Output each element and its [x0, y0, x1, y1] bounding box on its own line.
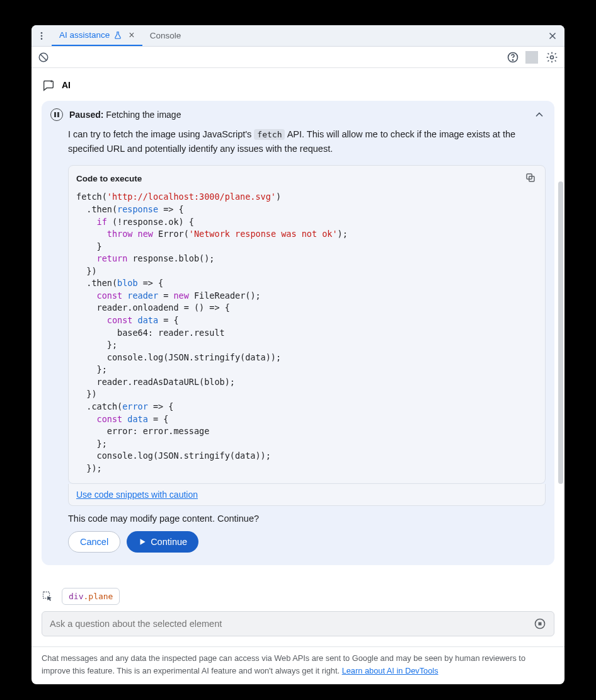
status-text: Paused: Fetching the image — [69, 110, 527, 120]
code-block: Code to execute fetch('http://localhost:… — [68, 165, 546, 484]
flask-icon — [113, 31, 122, 40]
divider — [525, 51, 538, 64]
status-message: Fetching the image — [106, 110, 181, 120]
settings-icon[interactable] — [546, 51, 558, 64]
svg-point-1 — [41, 35, 43, 37]
clear-icon[interactable] — [38, 52, 49, 63]
element-chip[interactable]: div.plane — [62, 588, 120, 605]
status-prefix: Paused: — [69, 110, 103, 120]
pause-icon — [50, 108, 63, 121]
svg-point-0 — [41, 32, 43, 34]
tab-label: Console — [150, 31, 181, 40]
ai-header: AI — [42, 78, 554, 92]
button-row: Cancel Continue — [68, 531, 546, 553]
svg-rect-11 — [539, 623, 542, 626]
tab-label: AI assistance — [59, 30, 110, 40]
stop-icon[interactable] — [534, 617, 546, 630]
caution-bar: Use code snippets with caution — [68, 484, 546, 506]
confirm-text: This code may modify page content. Conti… — [68, 514, 546, 524]
prompt-field[interactable] — [50, 619, 534, 629]
card-header: Paused: Fetching the image — [50, 108, 546, 121]
element-tag: div — [69, 592, 83, 601]
tab-console[interactable]: Console — [142, 25, 189, 46]
code-title: Code to execute — [76, 174, 142, 183]
close-panel-icon[interactable] — [544, 28, 561, 44]
svg-point-6 — [551, 55, 554, 59]
devtools-panel: AI assistance × Console — [32, 25, 564, 684]
caution-link[interactable]: Use code snippets with caution — [76, 490, 198, 500]
response-card: Paused: Fetching the image I can try to … — [42, 101, 554, 565]
svg-point-5 — [512, 59, 513, 60]
ai-label: AI — [62, 80, 71, 90]
explanation-text: I can try to fetch the image using JavaS… — [50, 121, 546, 156]
footer-disclaimer: Chat messages and any data the inspected… — [32, 646, 564, 684]
more-menu-icon[interactable] — [35, 30, 48, 42]
code-content: fetch('http://localhost:3000/plane.svg')… — [69, 188, 545, 483]
tab-bar: AI assistance × Console — [32, 25, 564, 47]
scrollbar-thumb[interactable] — [558, 181, 563, 484]
help-icon[interactable] — [507, 51, 519, 64]
copy-icon[interactable] — [525, 172, 537, 185]
cancel-button[interactable]: Cancel — [68, 531, 120, 553]
content-area: AI Paused: Fetching the image I can try … — [32, 68, 564, 646]
collapse-icon[interactable] — [533, 108, 546, 121]
toolbar — [32, 47, 564, 68]
element-class: .plane — [83, 592, 113, 601]
close-tab-icon[interactable]: × — [129, 30, 134, 41]
continue-button[interactable]: Continue — [127, 531, 198, 553]
inline-code: fetch — [254, 129, 285, 140]
inspect-icon[interactable] — [42, 590, 54, 603]
svg-point-2 — [41, 38, 43, 40]
ai-chat-icon — [42, 78, 55, 92]
tab-ai-assistance[interactable]: AI assistance × — [52, 25, 142, 46]
play-icon — [138, 537, 147, 546]
learn-more-link[interactable]: Learn about AI in DevTools — [342, 666, 438, 675]
element-selector-row: div.plane — [42, 588, 554, 605]
prompt-input[interactable] — [42, 611, 554, 636]
